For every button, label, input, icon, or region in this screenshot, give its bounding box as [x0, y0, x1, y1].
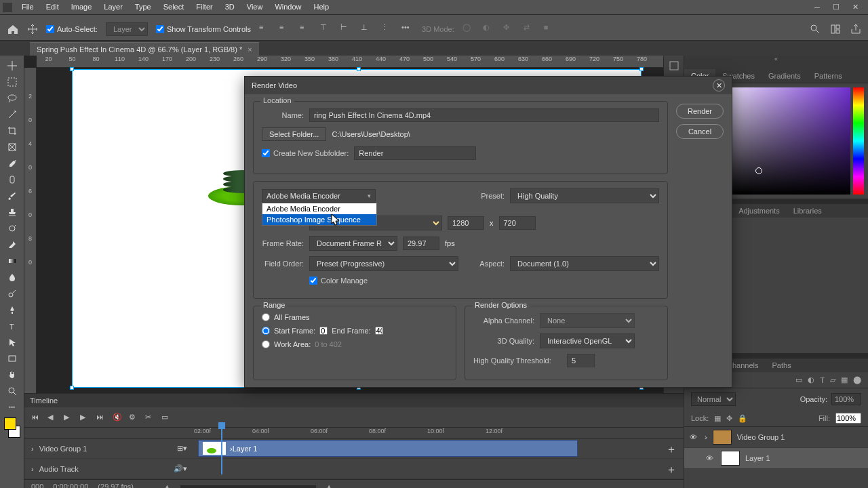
blend-mode-select[interactable]: Normal	[691, 392, 736, 406]
settings-icon[interactable]: ⚙	[129, 413, 138, 422]
panel-collapse-icon[interactable]: «	[684, 56, 868, 69]
track-filmstrip-icon[interactable]: ⊞▾	[177, 444, 187, 453]
tab-paths[interactable]: Paths	[766, 359, 798, 372]
tab-gradients[interactable]: Gradients	[762, 69, 808, 83]
fps-input[interactable]	[403, 237, 439, 250]
timeline-ruler[interactable]: 02:00f04:00f06:00f08:00f10:00f12:00f	[24, 428, 684, 439]
distribute-icon[interactable]: ⋮	[381, 23, 393, 35]
name-input[interactable]	[309, 108, 659, 122]
brush-tool[interactable]	[3, 188, 22, 203]
add-media-icon[interactable]: ＋	[666, 443, 677, 457]
lock-position-icon[interactable]: ✥	[726, 414, 732, 423]
align-top-icon[interactable]: ⊤	[320, 23, 332, 35]
folder-chevron-icon[interactable]: ›	[705, 433, 707, 441]
render-button[interactable]: Render	[676, 104, 724, 119]
align-bottom-icon[interactable]: ⊥	[361, 23, 373, 35]
search-icon[interactable]	[810, 24, 821, 35]
menu-edit[interactable]: Edit	[41, 1, 64, 12]
filter-type-icon[interactable]: T	[820, 376, 825, 384]
gradient-tool[interactable]	[3, 253, 22, 268]
healing-tool[interactable]	[3, 172, 22, 187]
3d-slide-icon[interactable]: ⇄	[524, 23, 536, 35]
lock-pixels-icon[interactable]: ▦	[714, 414, 721, 423]
filter-shape-icon[interactable]: ▱	[830, 375, 835, 384]
menu-help[interactable]: Help	[309, 1, 335, 12]
layer-row-group[interactable]: 👁 › Video Group 1	[684, 427, 868, 448]
menu-layer[interactable]: Layer	[98, 1, 128, 12]
magic-wand-tool[interactable]	[3, 107, 22, 122]
eyedropper-tool[interactable]	[3, 156, 22, 171]
type-tool[interactable]: T	[3, 319, 22, 333]
hue-slider[interactable]	[853, 87, 864, 195]
minimize-button[interactable]: ─	[812, 3, 822, 12]
encoder-option-image-sequence[interactable]: Photoshop Image Sequence	[262, 214, 376, 225]
select-folder-button[interactable]: Select Folder...	[262, 127, 326, 141]
framerate-select[interactable]: Document Frame Rate	[309, 236, 397, 251]
rectangle-tool[interactable]	[3, 351, 22, 366]
3d-roll-icon[interactable]: ◐	[483, 23, 495, 35]
menu-window[interactable]: Window	[269, 1, 307, 12]
dialog-close-icon[interactable]: ✕	[713, 79, 725, 92]
more-icon[interactable]: •••	[401, 23, 414, 35]
align-center-icon[interactable]: ≡	[279, 23, 292, 35]
visibility-icon[interactable]: 👁	[706, 454, 715, 462]
all-frames-radio[interactable]: All Frames	[262, 313, 448, 321]
menu-3d[interactable]: 3D	[220, 1, 240, 12]
edit-toolbar[interactable]: •••	[3, 400, 22, 415]
show-transform-checkbox[interactable]: Show Transform Controls	[156, 25, 251, 33]
move-tool[interactable]	[3, 58, 22, 73]
timeline-clip[interactable]: › Layer 1	[198, 440, 578, 457]
dock-history-icon[interactable]	[668, 60, 680, 72]
menu-image[interactable]: Image	[66, 1, 98, 12]
filter-kind-icon[interactable]: ▭	[795, 375, 802, 384]
marquee-tool[interactable]	[3, 75, 22, 89]
3d-pan-icon[interactable]: ✥	[503, 23, 515, 35]
move-tool-icon[interactable]	[27, 24, 38, 35]
pen-tool[interactable]	[3, 302, 22, 317]
encoder-option-ame[interactable]: Adobe Media Encoder	[262, 203, 376, 214]
filter-adjustment-icon[interactable]: ◐	[808, 375, 814, 384]
eraser-tool[interactable]	[3, 237, 22, 252]
menu-filter[interactable]: Filter	[191, 1, 218, 12]
track-chevron-icon[interactable]: ›	[31, 465, 34, 473]
align-right-icon[interactable]: ≡	[300, 23, 312, 35]
color-manage-checkbox[interactable]: Color Manage	[309, 277, 368, 285]
menu-view[interactable]: View	[241, 1, 269, 12]
stamp-tool[interactable]	[3, 205, 22, 220]
menu-type[interactable]: Type	[130, 1, 157, 12]
preset-select[interactable]: High Quality	[510, 188, 659, 203]
close-tab-icon[interactable]: ×	[248, 45, 252, 54]
document-tab[interactable]: Spring Push Effect In Cinema 4D @ 66.7% …	[30, 42, 259, 56]
align-middle-icon[interactable]: ⊢	[340, 23, 353, 35]
zoom-out-icon[interactable]: ▲	[163, 483, 171, 489]
add-audio-icon[interactable]: ＋	[666, 463, 677, 477]
first-frame-icon[interactable]: ⏮	[31, 413, 41, 422]
tab-patterns[interactable]: Patterns	[808, 69, 849, 83]
foreground-background-colors[interactable]	[3, 416, 22, 439]
lasso-tool[interactable]	[3, 91, 22, 106]
timeline-playhead[interactable]	[221, 426, 222, 474]
path-selection-tool[interactable]	[3, 335, 22, 350]
lock-all-icon[interactable]: 🔒	[738, 414, 747, 423]
zoom-in-icon[interactable]: ▲	[326, 483, 333, 489]
last-frame-icon[interactable]: ⏭	[96, 413, 106, 422]
track-audio-icon[interactable]: 🔊▾	[174, 464, 187, 473]
filter-toggle-icon[interactable]: ⬤	[853, 375, 861, 384]
close-button[interactable]: ✕	[850, 3, 860, 12]
auto-select-target[interactable]: Layer	[106, 22, 148, 36]
maximize-button[interactable]: ☐	[831, 3, 841, 12]
zoom-tool[interactable]	[3, 384, 22, 399]
mute-icon[interactable]: 🔇	[113, 413, 122, 422]
height-input[interactable]	[499, 216, 536, 230]
cancel-button[interactable]: Cancel	[676, 124, 724, 139]
3d-zoom-icon[interactable]: ■	[544, 23, 556, 35]
fieldorder-select[interactable]: Preset (Progressive)	[309, 256, 458, 271]
aspect-select[interactable]: Document (1.0)	[510, 256, 659, 271]
tab-adjustments[interactable]: Adjustments	[732, 204, 787, 218]
create-subfolder-checkbox[interactable]: Create New Subfolder:	[262, 149, 349, 157]
width-input[interactable]	[448, 216, 484, 230]
fill-input[interactable]	[835, 413, 861, 424]
menu-select[interactable]: Select	[158, 1, 190, 12]
visibility-icon[interactable]: 👁	[690, 433, 699, 441]
encoder-select[interactable]: Adobe Media Encoder Adobe Media Encoder …	[262, 189, 376, 203]
